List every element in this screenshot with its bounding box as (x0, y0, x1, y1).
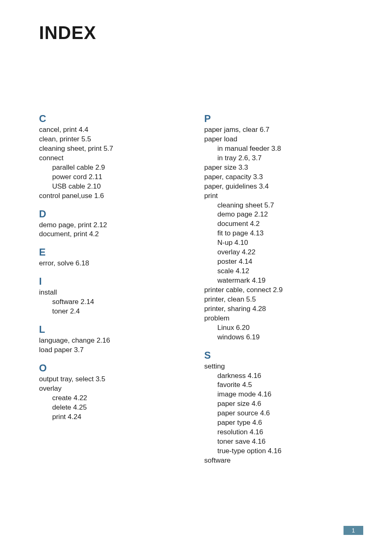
index-entry[interactable]: paper size 3.3 (204, 163, 353, 173)
index-entry[interactable]: paper, capacity 3.3 (204, 173, 353, 182)
index-entry[interactable]: control panel,use 1.6 (39, 191, 188, 201)
index-entry: print (204, 191, 353, 201)
index-entry[interactable]: document, print 4.2 (39, 230, 188, 239)
index-entry[interactable]: language, change 2.16 (39, 336, 188, 346)
index-entry[interactable]: paper, guidelines 3.4 (204, 182, 353, 191)
index-entry[interactable]: delete 4.25 (39, 403, 188, 412)
index-entry[interactable]: windows 6.19 (204, 333, 353, 342)
index-entry[interactable]: darkness 4.16 (204, 371, 353, 381)
index-entry: overlay (39, 384, 188, 394)
index-entry: setting (204, 362, 353, 371)
index-entry: software (204, 456, 353, 465)
index-entry[interactable]: watermark 4.19 (204, 276, 353, 286)
index-entry[interactable]: printer, clean 5.5 (204, 295, 353, 304)
index-entry[interactable]: overlay 4.22 (204, 248, 353, 257)
index-entry[interactable]: cleaning sheet, print 5.7 (39, 144, 188, 154)
left-column: Ccancel, print 4.4clean, printer 5.5clea… (39, 113, 188, 465)
index-entry[interactable]: cancel, print 4.4 (39, 125, 188, 135)
index-entry: problem (204, 314, 353, 323)
section-letter-i: I (39, 276, 188, 287)
index-entry[interactable]: USB cable 2.10 (39, 182, 188, 191)
section-letter-o: O (39, 362, 188, 374)
index-entry[interactable]: paper jams, clear 6.7 (204, 125, 353, 135)
index-entry[interactable]: Linux 6.20 (204, 323, 353, 333)
page-number-badge: 1 (344, 526, 363, 535)
index-entry[interactable]: paper source 4.6 (204, 409, 353, 418)
index-entry[interactable]: poster 4.14 (204, 257, 353, 267)
index-entry[interactable]: create 4.22 (39, 394, 188, 403)
index-entry[interactable]: scale 4.12 (204, 267, 353, 276)
section-letter-p: P (204, 113, 353, 124)
index-entry[interactable]: toner 2.4 (39, 307, 188, 316)
index-entry[interactable]: fit to page 4.13 (204, 229, 353, 238)
index-entry[interactable]: demo page, print 2.12 (39, 221, 188, 230)
index-entry[interactable]: load paper 3.7 (39, 346, 188, 355)
section-letter-s: S (204, 350, 353, 361)
index-columns: Ccancel, print 4.4clean, printer 5.5clea… (39, 113, 353, 465)
index-entry[interactable]: cleaning sheet 5.7 (204, 201, 353, 210)
index-entry: install (39, 288, 188, 297)
index-entry[interactable]: favorite 4.5 (204, 380, 353, 390)
index-entry[interactable]: true-type option 4.16 (204, 447, 353, 456)
index-entry[interactable]: software 2.14 (39, 297, 188, 307)
index-entry[interactable]: resolution 4.16 (204, 428, 353, 437)
index-entry: connect (39, 154, 188, 163)
index-entry[interactable]: document 4.2 (204, 219, 353, 229)
index-entry[interactable]: power cord 2.11 (39, 173, 188, 182)
index-entry: paper load (204, 135, 353, 144)
index-entry[interactable]: print 4.24 (39, 412, 188, 422)
index-entry[interactable]: in manual feeder 3.8 (204, 144, 353, 154)
index-entry[interactable]: paper size 4.6 (204, 399, 353, 409)
section-letter-e: E (39, 247, 188, 258)
section-letter-c: C (39, 113, 188, 124)
index-entry[interactable]: printer, sharing 4.28 (204, 304, 353, 314)
index-entry[interactable]: toner save 4.16 (204, 437, 353, 447)
index-entry[interactable]: clean, printer 5.5 (39, 135, 188, 144)
page-title: INDEX (39, 23, 353, 43)
section-letter-d: D (39, 208, 188, 220)
index-entry[interactable]: output tray, select 3.5 (39, 375, 188, 384)
index-entry[interactable]: N-up 4.10 (204, 238, 353, 248)
index-entry[interactable]: paper type 4.6 (204, 418, 353, 428)
index-entry[interactable]: image mode 4.16 (204, 390, 353, 399)
index-entry[interactable]: demo page 2.12 (204, 210, 353, 219)
right-column: Ppaper jams, clear 6.7paper loadin manua… (204, 113, 353, 465)
index-entry[interactable]: in tray 2.6, 3.7 (204, 154, 353, 163)
section-letter-l: L (39, 324, 188, 335)
index-entry[interactable]: printer cable, connect 2.9 (204, 286, 353, 295)
index-entry[interactable]: parallel cable 2.9 (39, 163, 188, 173)
index-entry[interactable]: error, solve 6.18 (39, 259, 188, 268)
